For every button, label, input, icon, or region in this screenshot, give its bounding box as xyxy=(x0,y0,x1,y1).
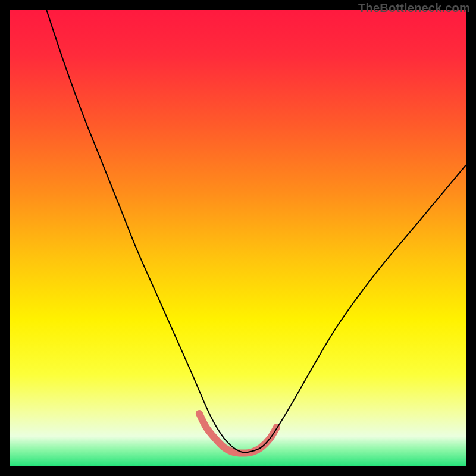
watermark-text: TheBottleneck.com xyxy=(358,1,470,15)
bottleneck-chart xyxy=(10,10,466,466)
gradient-background xyxy=(10,10,466,466)
chart-frame: { "watermark": "TheBottleneck.com", "cha… xyxy=(0,0,476,476)
